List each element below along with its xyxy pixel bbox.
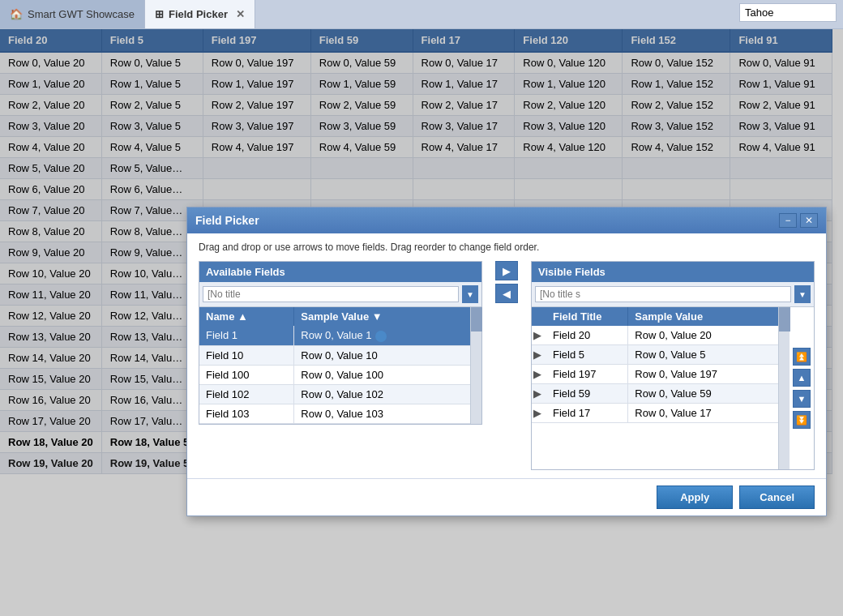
tab-picker-label: Field Picker xyxy=(169,8,228,20)
visible-item-title: Field 17 xyxy=(546,404,628,422)
visible-item-title: Field 197 xyxy=(546,365,628,383)
visible-item-value: Row 0, Value 17 xyxy=(628,404,778,422)
expand-icon[interactable]: ▶ xyxy=(532,407,546,419)
visible-item-title: Field 59 xyxy=(546,384,628,403)
expand-icon[interactable]: ▶ xyxy=(532,387,546,400)
reorder-buttons: ⏫ ▲ ▼ ⏬ xyxy=(790,307,814,469)
home-icon: 🏠 xyxy=(10,8,23,20)
visible-filter-row: ▼ xyxy=(532,282,814,307)
expand-icon[interactable]: ▶ xyxy=(532,368,546,380)
available-col-name: Name ▲ xyxy=(199,307,294,326)
tab-home[interactable]: 🏠 Smart GWT Showcase xyxy=(0,0,145,28)
available-list-item[interactable]: Field 100Row 0, Value 100 xyxy=(199,366,470,385)
available-filter-input[interactable] xyxy=(203,286,459,302)
visible-list-item[interactable]: ▶Field 197Row 0, Value 197 xyxy=(532,365,778,384)
top-bar: 🏠 Smart GWT Showcase ⊞ Field Picker ✕ xyxy=(0,0,843,29)
visible-item-value: Row 0, Value 197 xyxy=(628,365,778,383)
available-scrollbar[interactable] xyxy=(470,307,481,424)
dialog-body: Drag and drop or use arrows to move fiel… xyxy=(187,233,826,478)
available-item-value: Row 0, Value 100 xyxy=(294,366,470,384)
available-list-item[interactable]: Field 10Row 0, Value 10 xyxy=(199,346,470,366)
available-filter-row: ▼ xyxy=(199,282,481,307)
expand-icon[interactable]: ▶ xyxy=(532,349,546,361)
reorder-up-button[interactable]: ▲ xyxy=(793,369,811,387)
dialog-titlebar: Field Picker − ✕ xyxy=(187,207,826,233)
visible-list-body[interactable]: ▶Field 20Row 0, Value 20▶Field 5Row 0, V… xyxy=(532,326,778,423)
transfer-buttons: ▶ ◀ xyxy=(490,261,523,303)
visible-item-value: Row 0, Value 5 xyxy=(628,345,778,364)
available-item-name: Field 100 xyxy=(199,366,294,384)
grid-icon: ⊞ xyxy=(155,8,164,20)
apply-button[interactable]: Apply xyxy=(657,486,733,509)
available-item-value: Row 0, Value 10 xyxy=(294,346,470,365)
visible-fields-panel: Visible Fields ▼ Field Title Sample Valu… xyxy=(531,261,815,470)
sort-asc-icon: ▲ xyxy=(237,310,248,323)
visible-scrollbar-thumb[interactable] xyxy=(779,307,790,332)
sort-indicator: ▼ xyxy=(372,310,383,323)
search-input[interactable] xyxy=(739,3,837,22)
visible-list-header: Field Title Sample Value xyxy=(532,307,778,326)
field-picker-dialog: Field Picker − ✕ Drag and drop or use ar… xyxy=(186,207,827,516)
visible-col-value: Sample Value xyxy=(628,307,778,326)
visible-list-item[interactable]: ▶Field 20Row 0, Value 20 xyxy=(532,326,778,345)
dialog-hint: Drag and drop or use arrows to move fiel… xyxy=(199,242,815,253)
available-panel-header: Available Fields xyxy=(199,262,481,282)
reorder-down-button[interactable]: ▼ xyxy=(793,390,811,408)
available-item-name: Field 102 xyxy=(199,385,294,404)
visible-list-item[interactable]: ▶Field 59Row 0, Value 59 xyxy=(532,384,778,404)
tab-home-label: Smart GWT Showcase xyxy=(28,8,135,20)
available-item-value: Row 0, Value 102 xyxy=(294,385,470,404)
visible-item-value: Row 0, Value 59 xyxy=(628,384,778,403)
visible-col-title: Field Title xyxy=(546,307,628,326)
transfer-right-button[interactable]: ▶ xyxy=(495,261,518,280)
expand-icon[interactable]: ▶ xyxy=(532,329,546,341)
visible-scrollbar[interactable] xyxy=(778,307,790,469)
available-item-value: Row 0, Value 103 xyxy=(294,404,470,423)
visible-list-item[interactable]: ▶Field 17Row 0, Value 17 xyxy=(532,404,778,423)
available-list-body[interactable]: Field 1Row 0, Value 1Field 10Row 0, Valu… xyxy=(199,326,470,424)
available-fields-panel: Available Fields ▼ Name ▲ Sample Value ▼… xyxy=(199,261,482,425)
visible-filter-dropdown[interactable]: ▼ xyxy=(794,285,811,303)
dialog-minimize-button[interactable]: − xyxy=(779,213,797,228)
panels-row: Available Fields ▼ Name ▲ Sample Value ▼… xyxy=(199,261,815,470)
expand-col xyxy=(532,307,546,326)
available-list-item[interactable]: Field 1Row 0, Value 1 xyxy=(199,326,470,346)
tab-field-picker[interactable]: ⊞ Field Picker ✕ xyxy=(145,0,255,28)
available-item-name: Field 103 xyxy=(199,404,294,423)
cancel-button[interactable]: Cancel xyxy=(739,486,815,509)
available-list-header: Name ▲ Sample Value ▼ xyxy=(199,307,470,326)
visible-panel-header: Visible Fields xyxy=(532,262,814,282)
transfer-left-button[interactable]: ◀ xyxy=(495,284,518,303)
dialog-close-button[interactable]: ✕ xyxy=(800,213,818,228)
cursor-icon xyxy=(375,331,387,342)
reorder-bottom-button[interactable]: ⏬ xyxy=(793,411,811,429)
visible-list-item[interactable]: ▶Field 5Row 0, Value 5 xyxy=(532,345,778,365)
available-list-item[interactable]: Field 103Row 0, Value 103 xyxy=(199,404,470,424)
visible-item-value: Row 0, Value 20 xyxy=(628,326,778,344)
tab-close-button[interactable]: ✕ xyxy=(236,8,245,20)
available-filter-dropdown[interactable]: ▼ xyxy=(462,285,478,303)
visible-filter-input[interactable] xyxy=(535,286,791,302)
available-item-name: Field 10 xyxy=(199,346,294,365)
dialog-title: Field Picker xyxy=(195,214,259,227)
available-list-item[interactable]: Field 102Row 0, Value 102 xyxy=(199,385,470,404)
visible-item-title: Field 5 xyxy=(546,345,628,364)
search-area xyxy=(733,0,843,28)
available-item-value: Row 0, Value 1 xyxy=(294,326,470,345)
available-col-value: Sample Value ▼ xyxy=(294,307,470,326)
visible-item-title: Field 20 xyxy=(546,326,628,344)
reorder-top-button[interactable]: ⏫ xyxy=(793,348,811,366)
available-item-name: Field 1 xyxy=(199,326,294,345)
dialog-controls: − ✕ xyxy=(779,213,818,228)
dialog-footer: Apply Cancel xyxy=(187,478,826,515)
available-scrollbar-thumb[interactable] xyxy=(471,307,482,332)
